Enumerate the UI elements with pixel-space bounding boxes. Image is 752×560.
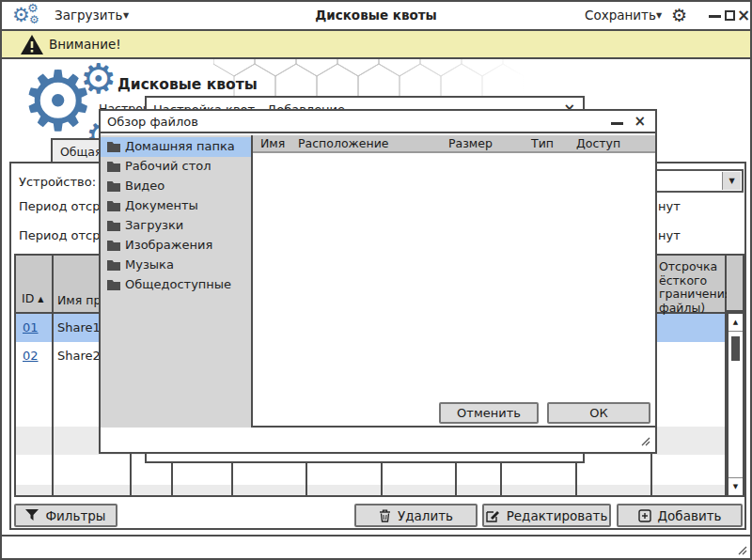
sort-asc-icon: ▲	[38, 295, 43, 303]
folder-list-panel: Домашняя папка Рабочий стол Видео Докуме…	[101, 135, 253, 428]
scrollbar-header-filler	[727, 254, 744, 312]
maximize-button[interactable]	[725, 10, 735, 21]
filters-button[interactable]: Фильтры	[14, 504, 118, 527]
folder-icon	[106, 200, 121, 212]
cancel-button[interactable]: Отменить	[439, 402, 539, 424]
scroll-up-icon[interactable]: ▲	[728, 314, 743, 332]
device-label: Устройство:	[19, 175, 96, 189]
app-window: ⚙ ⚙ ⚙ Дисковые квоты Загрузить ▼ Сохрани…	[0, 0, 752, 560]
file-dialog-titlebar: Обзор файлов ×	[101, 111, 655, 133]
row-1-name: Share1	[57, 320, 101, 334]
dialog-resize-grip-icon[interactable]	[636, 433, 651, 446]
file-browser-dialog: Обзор файлов × Домашняя папка Рабочий ст…	[99, 109, 657, 454]
file-dialog-close-icon[interactable]: ×	[634, 112, 646, 131]
plus-square-icon	[638, 509, 651, 522]
save-menu-caret-icon[interactable]: ▼	[656, 2, 662, 29]
file-col-type[interactable]: Тип	[531, 136, 554, 150]
folder-item-public[interactable]: Общедоступные	[101, 275, 251, 295]
table-scrollbar[interactable]: ▲ ▼	[727, 312, 744, 497]
save-menu[interactable]: Сохранить	[585, 2, 656, 29]
status-bar	[2, 535, 750, 559]
folder-icon	[106, 180, 121, 193]
file-col-access[interactable]: Доступ	[576, 136, 620, 150]
file-col-location[interactable]: Расположение	[298, 136, 388, 150]
file-dialog-minimize-button[interactable]	[611, 122, 623, 125]
folder-item-music[interactable]: Музыка	[101, 256, 251, 275]
filter-funnel-icon	[25, 509, 39, 521]
load-menu-caret-icon[interactable]: ▼	[123, 2, 129, 29]
file-dialog-body: Домашняя папка Рабочий стол Видео Докуме…	[101, 135, 655, 428]
close-button[interactable]: ×	[737, 2, 750, 29]
minimize-button[interactable]	[709, 15, 721, 18]
scrollbar-thumb[interactable]	[731, 336, 740, 361]
folder-icon	[106, 141, 121, 153]
folder-item-pictures[interactable]: Изображения	[101, 236, 251, 256]
scroll-down-icon[interactable]: ▼	[728, 477, 743, 495]
folder-icon	[106, 240, 121, 252]
folder-icon	[106, 161, 121, 173]
settings-gear-icon[interactable]: ⚙	[671, 2, 687, 29]
file-col-name[interactable]: Имя	[260, 136, 285, 150]
folder-item-video[interactable]: Видео	[101, 177, 251, 196]
folder-icon	[106, 279, 121, 291]
page-title: Дисковые квоты	[118, 76, 258, 93]
page-gear-medium-icon: ⚙	[80, 58, 117, 100]
table-stripe	[16, 485, 725, 495]
window-resize-grip-icon[interactable]	[734, 542, 747, 555]
row-1-id-link[interactable]: 01	[23, 320, 39, 334]
grace-period-2-units: нут	[658, 228, 681, 242]
warning-triangle-icon	[21, 35, 43, 54]
edit-pencil-icon	[486, 509, 500, 522]
file-list-header: Имя Расположение Размер Тип Доступ	[253, 135, 655, 153]
file-dialog-title: Обзор файлов	[101, 111, 655, 129]
column-header-quota[interactable]: Отсрочка ёсткого граничения файлы)	[659, 260, 731, 315]
combobox-arrow-icon[interactable]: ▼	[722, 172, 741, 190]
folder-item-documents[interactable]: Документы	[101, 196, 251, 216]
delete-button[interactable]: Удалить	[354, 504, 478, 527]
folder-icon	[106, 259, 121, 272]
row-2-id-link[interactable]: 02	[23, 349, 39, 363]
edit-button[interactable]: Редактировать	[482, 504, 611, 527]
trash-icon	[379, 509, 391, 522]
ok-button[interactable]: ОК	[547, 402, 650, 424]
column-header-id[interactable]: ID ▲	[22, 291, 43, 305]
title-bar: ⚙ ⚙ ⚙ Дисковые квоты Загрузить ▼ Сохрани…	[2, 2, 750, 31]
folder-item-desktop[interactable]: Рабочий стол	[101, 157, 251, 177]
hexagon-fade	[213, 59, 538, 96]
row-2-name: Share2	[57, 349, 101, 363]
folder-icon	[106, 220, 121, 232]
grace-period-1-units: нут	[658, 199, 681, 213]
folder-item-downloads[interactable]: Загрузки	[101, 216, 251, 236]
file-col-size[interactable]: Размер	[448, 136, 493, 150]
folder-item-home[interactable]: Домашняя папка	[101, 137, 251, 157]
add-button[interactable]: Добавить	[617, 504, 743, 527]
load-menu[interactable]: Загрузить	[55, 2, 122, 29]
